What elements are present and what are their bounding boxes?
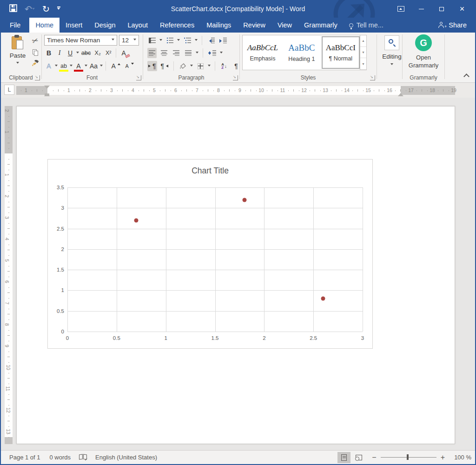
print-layout-icon[interactable] <box>337 452 350 463</box>
strikethrough-button[interactable]: abc <box>80 48 92 58</box>
superscript-button[interactable]: X² <box>104 48 113 58</box>
zoom-out-icon[interactable]: − <box>372 453 376 462</box>
scatter-point[interactable] <box>321 297 325 301</box>
close-icon[interactable]: × <box>452 0 472 18</box>
font-color-button[interactable]: A <box>74 61 83 71</box>
zoom-slider-handle[interactable] <box>407 454 409 460</box>
minimize-icon[interactable] <box>411 0 431 18</box>
style-normal[interactable]: AaBbCcI ¶ Normal <box>322 36 360 69</box>
style-emphasis[interactable]: AaBbCcL Emphasis <box>244 36 282 69</box>
highlight-dropdown-icon[interactable] <box>70 65 73 68</box>
increase-indent-button[interactable] <box>218 35 228 46</box>
styles-dialog-launcher-icon[interactable]: ↘ <box>370 75 375 80</box>
scatter-chart[interactable]: Chart Title 00.511.522.5300.511.522.533.… <box>47 159 373 349</box>
tab-grammarly[interactable]: Grammarly <box>298 18 344 33</box>
numbering-button[interactable] <box>165 35 174 46</box>
zoom-in-icon[interactable]: + <box>441 453 445 462</box>
collapse-ribbon-icon[interactable] <box>463 73 469 80</box>
scatter-point[interactable] <box>243 198 247 202</box>
justify-dropdown-icon[interactable] <box>196 52 198 55</box>
rtl-direction-button[interactable]: ¶ <box>160 61 170 71</box>
right-indent-marker[interactable] <box>398 90 403 96</box>
line-spacing-button[interactable] <box>207 48 217 58</box>
tab-stop-selector[interactable]: L <box>4 85 14 95</box>
borders-button[interactable] <box>196 61 205 71</box>
font-name-select[interactable]: Times New Roman <box>44 35 117 46</box>
cut-icon[interactable]: ✂ <box>31 35 40 46</box>
tab-review[interactable]: Review <box>237 18 271 33</box>
font-dialog-launcher-icon[interactable]: ↘ <box>136 75 141 80</box>
sort-button[interactable]: AZ ↓ <box>219 61 229 71</box>
line-spacing-dropdown-icon[interactable] <box>220 52 223 55</box>
tab-home[interactable]: Home <box>29 18 60 33</box>
redo-icon[interactable]: ↻ <box>42 5 50 13</box>
copy-icon[interactable] <box>33 49 39 56</box>
tell-me-box[interactable]: Tell me... <box>344 18 389 33</box>
left-indent-marker[interactable] <box>45 93 49 96</box>
styles-scroll-up-icon[interactable]: ▲ <box>360 35 366 47</box>
tab-view[interactable]: View <box>271 18 298 33</box>
underline-button[interactable]: U <box>66 48 75 58</box>
ltr-direction-button[interactable]: ¶ <box>147 61 157 71</box>
align-center-button[interactable] <box>159 48 169 58</box>
ribbon-display-options-icon[interactable] <box>390 0 411 18</box>
customize-qat-icon[interactable] <box>57 7 60 11</box>
borders-dropdown-icon[interactable] <box>208 65 211 68</box>
multilevel-list-button[interactable] <box>183 35 192 46</box>
editing-button[interactable]: Editing <box>381 35 403 67</box>
paragraph-dialog-launcher-icon[interactable]: ↘ <box>233 75 238 80</box>
web-layout-icon[interactable] <box>352 452 365 463</box>
zoom-percentage[interactable]: 100 % <box>449 454 471 461</box>
clear-formatting-button[interactable]: A <box>119 48 128 58</box>
scatter-point[interactable] <box>134 218 139 222</box>
read-mode-icon[interactable] <box>323 452 336 463</box>
paste-dropdown-icon[interactable] <box>16 62 19 65</box>
tab-design[interactable]: Design <box>88 18 121 33</box>
numbering-dropdown-icon[interactable] <box>177 39 180 42</box>
font-size-select[interactable]: 12 <box>119 35 139 46</box>
tab-layout[interactable]: Layout <box>121 18 154 33</box>
document-page[interactable]: Chart Title 00.511.522.5300.511.522.533.… <box>16 106 455 444</box>
clipboard-dialog-launcher-icon[interactable]: ↘ <box>35 75 40 80</box>
tab-references[interactable]: References <box>154 18 200 33</box>
align-left-button[interactable] <box>147 48 157 58</box>
shading-dropdown-icon[interactable] <box>190 65 193 68</box>
underline-dropdown-icon[interactable] <box>76 52 79 55</box>
horizontal-ruler[interactable]: 123456789101112131415161171819 <box>16 86 455 95</box>
tab-mailings[interactable]: Mailings <box>200 18 237 33</box>
shrink-font-button[interactable]: A <box>122 61 132 71</box>
style-heading-1[interactable]: AaBbC Heading 1 <box>283 36 321 69</box>
share-button[interactable]: + Share <box>430 18 475 33</box>
tab-insert[interactable]: Insert <box>60 18 88 33</box>
zoom-slider[interactable] <box>381 457 436 458</box>
paste-button[interactable]: Paste <box>6 35 30 72</box>
maximize-icon[interactable] <box>431 0 452 18</box>
styles-scroll-down-icon[interactable]: ▼ <box>360 47 366 59</box>
grow-font-button[interactable]: A <box>109 61 118 71</box>
undo-icon[interactable]: ↶ <box>25 5 35 13</box>
vertical-ruler[interactable]: 1234567891011121321 <box>5 106 13 444</box>
language-indicator[interactable]: English (United States) <box>91 454 162 461</box>
word-count[interactable]: 0 words <box>45 454 76 461</box>
proofing-status-icon[interactable]: ✓ <box>79 454 87 460</box>
highlight-button[interactable]: ab <box>59 61 68 71</box>
text-effects-button[interactable]: A <box>44 61 53 71</box>
open-grammarly-button[interactable]: G Open Grammarly <box>405 34 442 69</box>
change-case-button[interactable]: Aa <box>89 61 99 71</box>
bold-button[interactable]: B <box>44 48 53 58</box>
bullets-dropdown-icon[interactable] <box>159 39 162 42</box>
shading-button[interactable] <box>178 61 187 71</box>
multilevel-dropdown-icon[interactable] <box>195 39 198 42</box>
bullets-button[interactable] <box>147 35 157 46</box>
change-case-dropdown-icon[interactable] <box>100 65 103 68</box>
decrease-indent-button[interactable] <box>206 35 216 46</box>
save-icon[interactable] <box>9 4 17 14</box>
styles-more-icon[interactable]: ▼ <box>360 58 366 70</box>
font-color-dropdown-icon[interactable] <box>85 65 87 68</box>
subscript-button[interactable]: X₂ <box>93 48 102 58</box>
italic-button[interactable]: I <box>55 48 64 58</box>
justify-button[interactable] <box>184 48 193 58</box>
format-painter-icon[interactable] <box>32 60 39 66</box>
tab-file[interactable]: File <box>1 18 29 33</box>
align-right-button[interactable] <box>172 48 181 58</box>
